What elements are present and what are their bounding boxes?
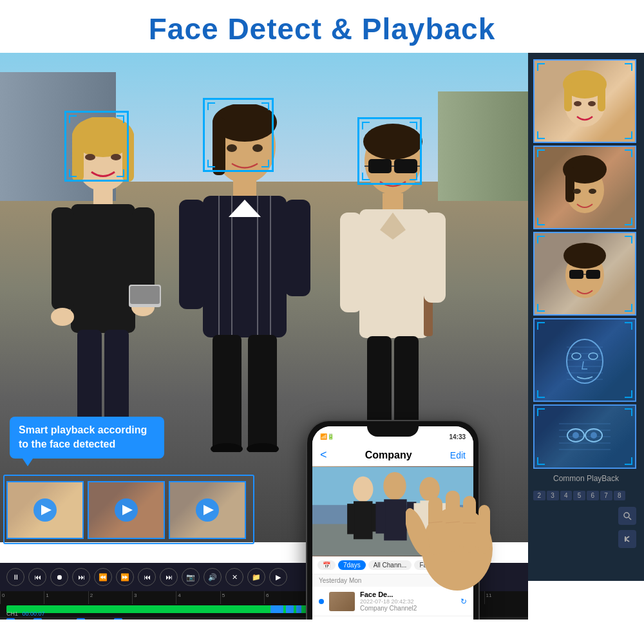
svg-rect-48 xyxy=(340,213,362,312)
face-thumb-3[interactable] xyxy=(533,232,636,316)
svg-rect-7 xyxy=(71,204,135,333)
back-icon[interactable] xyxy=(618,530,636,548)
list-thumb-1 xyxy=(329,592,355,611)
ma-checkbox[interactable]: Ma... xyxy=(114,618,138,620)
hand-holding-phone xyxy=(406,459,502,587)
channel-7[interactable]: 7 xyxy=(600,491,612,500)
search-icon[interactable] xyxy=(618,507,636,525)
svg-rect-110 xyxy=(463,496,476,553)
svg-point-87 xyxy=(573,432,579,439)
signal-icon: 📶🔋 xyxy=(320,433,334,440)
pause-button[interactable]: ⏸ xyxy=(6,568,24,586)
close-button[interactable]: ✕ xyxy=(225,568,243,586)
svg-point-79 xyxy=(589,353,598,359)
channel-label: CH1 xyxy=(6,611,18,617)
svg-rect-97 xyxy=(347,504,355,534)
svg-rect-67 xyxy=(569,270,583,279)
video-thumb-3[interactable] xyxy=(169,481,246,539)
record-button[interactable]: ⏺ xyxy=(50,568,68,586)
svg-rect-101 xyxy=(375,502,385,533)
svg-rect-43 xyxy=(383,193,403,211)
face-thumb-4[interactable] xyxy=(533,318,636,402)
svg-line-90 xyxy=(629,518,632,520)
volume-button[interactable]: 🔊 xyxy=(204,568,222,586)
video-thumb-2[interactable] xyxy=(88,481,165,539)
svg-point-66 xyxy=(564,243,606,269)
rewind-button[interactable]: ⏪ xyxy=(94,568,112,586)
svg-rect-57 xyxy=(598,79,605,111)
page-header: Face Detect & Playback xyxy=(0,0,644,53)
event-seg-3 xyxy=(296,605,301,613)
event-segments xyxy=(270,605,301,613)
svg-rect-8 xyxy=(52,207,74,310)
play-button-2[interactable] xyxy=(115,498,138,522)
skip-back-button[interactable]: ⏮ xyxy=(138,568,156,586)
face-detect-box-2 xyxy=(203,98,274,172)
alarm-checkbox[interactable]: Alarm xyxy=(77,618,103,620)
svg-rect-62 xyxy=(565,167,574,202)
back-button[interactable]: < xyxy=(320,448,327,462)
svg-point-64 xyxy=(589,189,596,194)
face-thumb-2[interactable] xyxy=(533,146,636,229)
svg-point-89 xyxy=(624,513,629,518)
channel-4[interactable]: 4 xyxy=(560,491,573,500)
svg-point-10 xyxy=(51,308,74,326)
svg-rect-23 xyxy=(233,180,256,198)
main-content: Smart playback according to the face det… xyxy=(0,53,644,620)
svg-rect-49 xyxy=(424,213,446,303)
fastforward-button[interactable]: ⏩ xyxy=(116,568,134,586)
svg-rect-111 xyxy=(478,505,490,554)
channel-5[interactable]: 5 xyxy=(573,491,585,500)
event-seg-1 xyxy=(270,605,283,613)
regular-checkbox[interactable]: Regular xyxy=(33,618,66,620)
channel-6[interactable]: 6 xyxy=(587,491,599,500)
svg-point-59 xyxy=(588,101,596,106)
channel-3[interactable]: 3 xyxy=(547,491,559,500)
face-thumb-5[interactable] xyxy=(533,404,636,469)
play-button-3[interactable] xyxy=(196,498,219,522)
svg-rect-32 xyxy=(213,335,242,452)
next-button[interactable]: ⏭ xyxy=(72,568,90,586)
skip-fwd-button[interactable]: ⏭ xyxy=(160,568,178,586)
face-detect-box-1 xyxy=(64,111,129,182)
tick-3: 3 xyxy=(132,591,176,604)
time-label: 00:00:07 xyxy=(23,611,45,617)
camera-button[interactable]: 📷 xyxy=(182,568,200,586)
video-thumb-1[interactable] xyxy=(6,481,84,539)
play-button-1[interactable] xyxy=(33,498,57,522)
svg-rect-68 xyxy=(586,270,600,279)
list-dot-1 xyxy=(319,599,324,604)
file-button[interactable]: 📁 xyxy=(247,568,265,586)
days-filter[interactable]: 7days xyxy=(338,560,366,570)
svg-point-58 xyxy=(574,101,582,106)
svg-rect-6 xyxy=(93,187,113,206)
svg-rect-109 xyxy=(446,491,460,552)
svg-rect-96 xyxy=(354,501,373,539)
tick-5: 5 xyxy=(220,591,264,604)
event-seg-2 xyxy=(286,605,294,613)
svg-point-95 xyxy=(353,477,373,502)
play-button[interactable]: ▶ xyxy=(269,568,287,586)
face-thumb-1[interactable] xyxy=(533,59,636,143)
speech-bubble: Smart playback according to the face det… xyxy=(10,417,164,459)
list-item-2[interactable]: Face De... 2022-07-18 20:42:32 Company C… xyxy=(312,616,473,620)
svg-point-63 xyxy=(573,189,581,194)
svg-rect-33 xyxy=(248,335,277,452)
all-checkbox[interactable]: All xyxy=(6,618,23,620)
svg-point-99 xyxy=(383,472,406,500)
svg-rect-56 xyxy=(564,79,572,111)
channel-8[interactable]: 8 xyxy=(614,491,626,500)
prev-button[interactable]: ⏮ xyxy=(28,568,46,586)
svg-point-77 xyxy=(567,339,603,383)
list-sub-1: Company Channel2 xyxy=(360,605,455,612)
tick-0: 0 xyxy=(0,591,44,604)
svg-point-88 xyxy=(591,432,597,439)
channel-2[interactable]: 2 xyxy=(533,491,545,500)
svg-rect-31 xyxy=(285,200,310,296)
svg-rect-30 xyxy=(179,200,205,309)
time-display: 14:33 xyxy=(449,433,466,440)
calendar-icon[interactable]: 📅 xyxy=(317,560,336,570)
phone-notch xyxy=(367,421,419,437)
phone-title: Company xyxy=(365,450,412,461)
tick-2: 2 xyxy=(88,591,132,604)
